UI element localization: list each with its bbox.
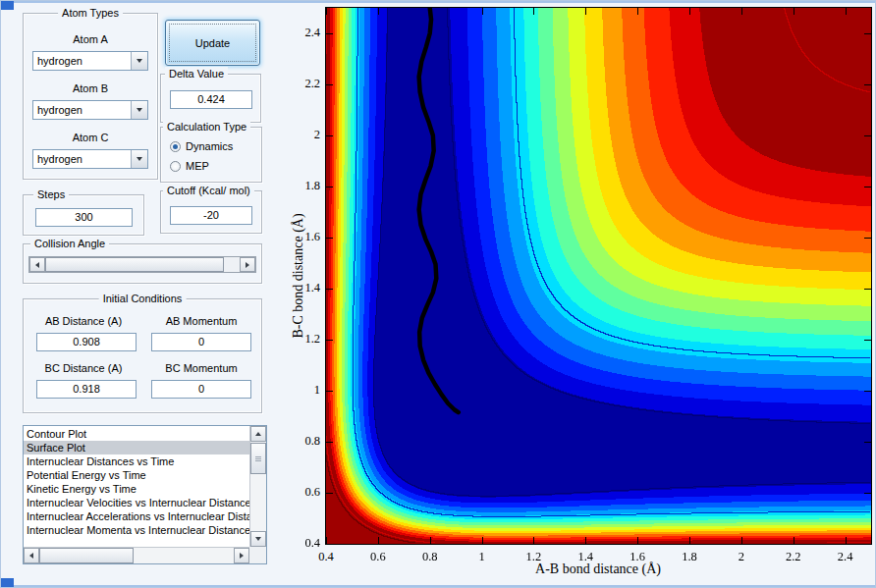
update-button[interactable]: Update [165,20,260,66]
window-bottom-border [1,585,875,587]
delta-value-field[interactable]: 0.424 [170,90,252,109]
atom-c-select[interactable]: hydrogen [32,149,148,169]
cutoff-title: Cutoff (Kcal/ mol) [163,184,254,197]
arrow-right-icon [246,262,249,268]
vertical-scroll-thumb[interactable] [250,443,266,474]
atom-a-label: Atom A [24,33,157,45]
list-item[interactable]: Kinetic Energy vs Time [24,482,249,496]
cutoff-field[interactable]: -20 [170,206,252,225]
slider-right-button[interactable] [240,257,255,272]
xtick-label: 0.8 [415,550,445,564]
ytick-label: 2.2 [293,77,320,91]
steps-title: Steps [33,187,69,201]
radio-dynamics[interactable]: Dynamics [170,140,233,152]
listbox-vertical-scrollbar[interactable] [249,426,266,547]
arrow-left-icon [35,262,39,268]
atom-b-dropdown-button[interactable] [131,101,147,119]
radio-button-icon [170,161,181,172]
list-item[interactable]: Internuclear Velocities vs Internuclear … [24,496,249,509]
steps-panel: Steps 300 [23,194,144,236]
xtick-label: 0.6 [363,550,393,564]
xtick-label: 1.6 [623,550,652,564]
contour-plot-axes [325,7,872,545]
atom-c-value: hydrogen [33,150,131,168]
xtick-label: 2 [727,550,756,564]
scroll-left-button[interactable] [24,548,39,563]
plot-type-listbox: Contour PlotSurface PlotInternuclear Dis… [23,425,267,564]
list-item[interactable]: Internuclear Distances vs Time [24,454,249,468]
ytick-label: 2 [293,128,320,142]
ytick-label: 1.2 [293,332,320,347]
scroll-down-button[interactable] [250,531,266,547]
atom-a-select[interactable]: hydrogen [32,51,148,71]
ytick-label: 1.8 [293,179,320,193]
chevron-down-icon [137,157,142,161]
update-button-label: Update [195,37,230,49]
scroll-right-button[interactable] [234,548,249,563]
bc-momentum-field[interactable]: 0 [151,380,251,399]
collision-angle-title: Collision Angle [30,237,109,250]
collision-angle-panel: Collision Angle [23,243,262,284]
arrow-right-icon [240,553,244,559]
initial-conditions-title: Initial Conditions [99,292,187,305]
atom-b-select[interactable]: hydrogen [32,100,148,120]
calculation-type-title: Calculation Type [163,120,250,134]
chevron-down-icon [137,59,142,63]
listbox-horizontal-scrollbar[interactable] [24,547,249,563]
scroll-up-button[interactable] [250,426,266,442]
ab-distance-field[interactable]: 0.908 [36,333,137,351]
delta-value-panel: Delta Value 0.424 [160,74,261,123]
ytick-label: 0.6 [293,485,320,500]
chevron-down-icon [137,108,142,112]
scrollbar-corner [249,547,266,563]
xtick-label: 1.2 [519,550,548,564]
ab-momentum-label: AB Momentum [147,315,255,327]
ytick-label: 1.4 [293,281,320,295]
radio-mep-label: MEP [186,160,209,172]
radio-button-icon [170,141,181,152]
arrow-down-icon [255,537,261,541]
atom-b-label: Atom B [24,82,157,94]
list-item[interactable]: Internuclear Accelerations vs Internucle… [24,509,249,523]
list-item[interactable]: Internuclear Momenta vs Internuclear Dis… [24,523,249,537]
window-top-border [1,1,875,3]
listbox-items: Contour PlotSurface PlotInternuclear Dis… [24,427,249,547]
slider-thumb[interactable] [45,257,224,272]
bc-momentum-label: BC Momentum [147,362,255,374]
cutoff-panel: Cutoff (Kcal/ mol) -20 [160,190,262,234]
initial-conditions-panel: Initial Conditions AB Distance (A) AB Mo… [23,298,262,413]
slider-left-button[interactable] [29,257,45,272]
radio-dynamics-label: Dynamics [186,140,233,152]
ytick-label: 1 [293,383,320,398]
arrow-up-icon [255,432,261,436]
window-corner-grip-bottom-left [1,578,14,587]
list-item[interactable]: Contour Plot [24,427,249,441]
xtick-label: 1.4 [571,550,600,564]
ab-distance-label: AB Distance (A) [29,315,137,327]
xtick-label: 2.2 [779,550,808,564]
atom-b-value: hydrogen [33,101,131,119]
atom-c-dropdown-button[interactable] [131,150,147,168]
atom-types-title: Atom Types [58,6,123,20]
ytick-label: 0.8 [293,434,320,449]
collision-angle-slider[interactable] [28,256,256,273]
ytick-label: 1.6 [293,230,320,244]
ytick-label: 2.4 [293,26,320,40]
arrow-left-icon [29,553,33,559]
list-item[interactable]: Potential Energy vs Time [24,468,249,482]
bc-distance-field[interactable]: 0.918 [36,380,137,399]
delta-value-title: Delta Value [165,67,228,80]
ab-momentum-field[interactable]: 0 [151,333,251,351]
horizontal-scroll-thumb[interactable] [39,548,134,563]
atom-a-dropdown-button[interactable] [131,52,147,70]
xtick-label: 0.4 [311,550,341,564]
xtick-label: 1 [467,550,497,564]
radio-mep[interactable]: MEP [170,160,209,172]
ytick-label: 0.4 [293,536,320,551]
xtick-label: 2.4 [831,550,860,564]
list-item[interactable]: Surface Plot [24,441,249,454]
bc-distance-label: BC Distance (A) [29,362,137,374]
steps-field[interactable]: 300 [35,208,133,227]
pes-contour-canvas [326,8,871,544]
xtick-label: 1.8 [675,550,704,564]
